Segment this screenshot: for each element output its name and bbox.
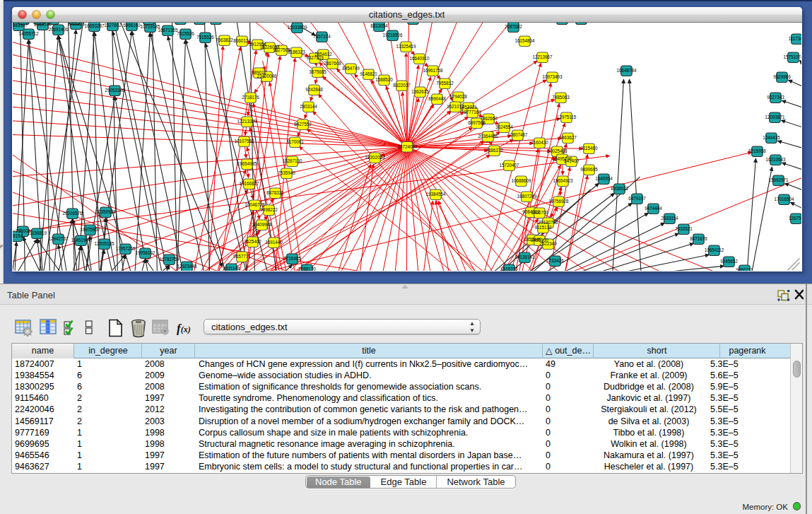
svg-text:12505135: 12505135 xyxy=(94,241,114,246)
svg-text:2933114: 2933114 xyxy=(661,216,678,221)
svg-text:13325419: 13325419 xyxy=(396,44,416,49)
svg-text:1117344: 1117344 xyxy=(788,36,801,41)
svg-text:8938923: 8938923 xyxy=(611,186,628,191)
svg-text:10654112: 10654112 xyxy=(704,247,724,252)
svg-text:12975115: 12975115 xyxy=(556,115,576,119)
svg-text:2718176: 2718176 xyxy=(242,95,259,100)
svg-text:8471676: 8471676 xyxy=(690,236,707,241)
svg-text:10046728: 10046728 xyxy=(245,202,265,207)
svg-text:3624554: 3624554 xyxy=(495,124,513,129)
svg-text:6794028: 6794028 xyxy=(449,94,467,99)
svg-text:16653287: 16653287 xyxy=(84,23,105,28)
svg-text:9227343: 9227343 xyxy=(767,95,784,100)
svg-text:1733426: 1733426 xyxy=(546,258,564,263)
svg-text:6479197: 6479197 xyxy=(628,196,646,201)
svg-text:19958107: 19958107 xyxy=(135,250,155,255)
svg-text:6897568: 6897568 xyxy=(468,120,486,125)
svg-text:7625402: 7625402 xyxy=(244,239,261,244)
svg-text:1244415: 1244415 xyxy=(763,135,780,140)
svg-text:10973493: 10973493 xyxy=(542,74,563,79)
svg-text:2522340: 2522340 xyxy=(539,241,557,246)
svg-text:12093871: 12093871 xyxy=(765,115,785,119)
svg-text:2867608: 2867608 xyxy=(324,61,341,66)
svg-text:16154834: 16154834 xyxy=(514,38,535,43)
svg-text:2087682: 2087682 xyxy=(505,24,522,29)
svg-text:7535940: 7535940 xyxy=(278,170,295,175)
svg-text:29053346: 29053346 xyxy=(105,88,125,93)
svg-text:20364486: 20364486 xyxy=(478,134,498,139)
svg-text:10807487: 10807487 xyxy=(507,132,528,137)
svg-text:1516310: 1516310 xyxy=(500,267,518,271)
svg-text:2854612: 2854612 xyxy=(314,52,332,57)
svg-text:16671355: 16671355 xyxy=(158,28,178,33)
svg-text:9463627: 9463627 xyxy=(559,135,577,140)
svg-text:10756928: 10756928 xyxy=(548,199,569,204)
svg-text:9115132: 9115132 xyxy=(534,225,552,230)
svg-text:2088170: 2088170 xyxy=(298,267,316,271)
svg-text:9331148: 9331148 xyxy=(223,266,240,271)
svg-text:9115460: 9115460 xyxy=(580,146,598,151)
svg-text:7357224: 7357224 xyxy=(313,34,331,39)
svg-text:2803144: 2803144 xyxy=(300,104,317,109)
svg-text:8454749: 8454749 xyxy=(342,66,360,71)
svg-text:12213389: 12213389 xyxy=(237,119,257,124)
svg-text:16640910: 16640910 xyxy=(409,56,430,61)
svg-text:8186323: 8186323 xyxy=(288,49,305,54)
svg-text:17957255: 17957255 xyxy=(115,246,136,251)
svg-text:9242848: 9242848 xyxy=(305,87,323,92)
svg-text:8322037: 8322037 xyxy=(393,83,411,88)
svg-text:18302023: 18302023 xyxy=(365,155,385,160)
svg-text:3716485: 3716485 xyxy=(283,256,301,261)
svg-text:16033809: 16033809 xyxy=(287,25,307,30)
svg-text:7485063: 7485063 xyxy=(552,95,570,100)
svg-text:1691440: 1691440 xyxy=(265,240,283,245)
svg-text:8813054: 8813054 xyxy=(370,23,388,28)
svg-text:9460211: 9460211 xyxy=(736,267,753,271)
svg-text:16210643: 16210643 xyxy=(765,157,786,162)
svg-text:18724007: 18724007 xyxy=(397,144,418,149)
svg-text:10025488: 10025488 xyxy=(547,148,567,153)
svg-text:15751074: 15751074 xyxy=(783,54,801,59)
svg-text:10688609: 10688609 xyxy=(511,178,531,183)
svg-text:7663822: 7663822 xyxy=(216,37,233,42)
svg-text:9474444: 9474444 xyxy=(645,206,662,211)
svg-text:19218506: 19218506 xyxy=(382,33,403,37)
svg-text:1406700: 1406700 xyxy=(531,210,548,215)
svg-text:1983307: 1983307 xyxy=(13,23,28,28)
svg-text:16648784: 16648784 xyxy=(616,68,637,73)
svg-text:14136141: 14136141 xyxy=(514,255,535,259)
svg-text:9657771: 9657771 xyxy=(233,254,251,259)
svg-text:16782759: 16782759 xyxy=(159,257,180,262)
svg-text:20691406: 20691406 xyxy=(48,27,69,32)
svg-text:15720407: 15720407 xyxy=(499,163,519,168)
svg-text:841400: 841400 xyxy=(563,158,579,163)
svg-text:9498222: 9498222 xyxy=(260,207,278,212)
svg-text:1327602: 1327602 xyxy=(104,23,122,28)
svg-text:2160430: 2160430 xyxy=(531,140,548,145)
svg-text:20206576: 20206576 xyxy=(62,211,83,216)
svg-text:14055712: 14055712 xyxy=(18,31,39,36)
svg-text:3875685: 3875685 xyxy=(309,69,326,74)
svg-text:7955812: 7955812 xyxy=(436,81,454,86)
svg-text:10107552: 10107552 xyxy=(234,139,254,144)
svg-text:12942737: 12942737 xyxy=(48,236,69,241)
svg-text:126753: 126753 xyxy=(788,216,801,221)
svg-text:7515526: 7515526 xyxy=(196,35,214,40)
svg-text:18807249: 18807249 xyxy=(517,194,537,199)
svg-text:1640954: 1640954 xyxy=(595,176,613,181)
svg-text:17016504: 17016504 xyxy=(774,197,794,201)
svg-text:15692971: 15692971 xyxy=(768,177,789,182)
svg-text:7886372: 7886372 xyxy=(486,148,503,153)
svg-text:8215958: 8215958 xyxy=(748,148,766,153)
svg-text:19166827: 19166827 xyxy=(239,181,259,186)
svg-text:39154: 39154 xyxy=(13,233,23,238)
svg-text:9245652: 9245652 xyxy=(720,259,738,264)
svg-text:8427552: 8427552 xyxy=(294,122,312,127)
svg-text:11156819: 11156819 xyxy=(27,230,47,235)
svg-text:20120746: 20120746 xyxy=(538,220,558,225)
svg-text:9899695: 9899695 xyxy=(580,167,598,172)
svg-text:12213967: 12213967 xyxy=(532,54,553,59)
svg-text:6966160: 6966160 xyxy=(123,23,141,28)
svg-text:9329966: 9329966 xyxy=(773,74,791,79)
svg-text:8990448: 8990448 xyxy=(428,96,446,101)
